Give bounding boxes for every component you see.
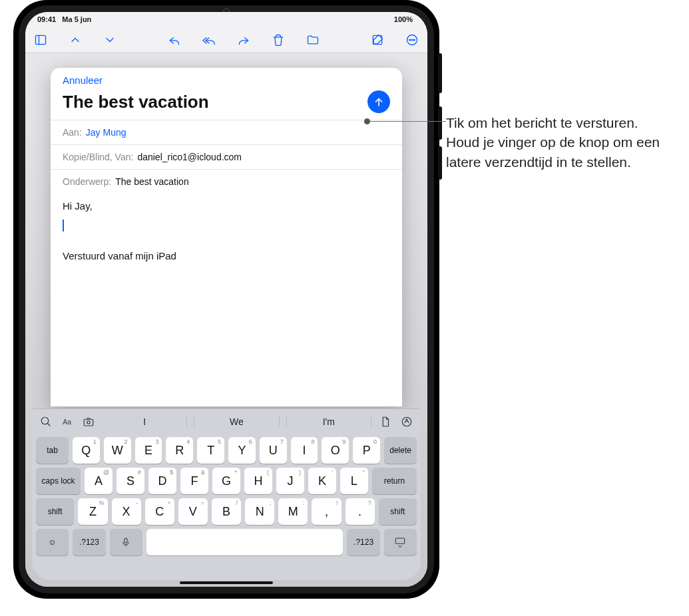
send-button[interactable]: [367, 90, 390, 113]
key-t[interactable]: T5: [197, 437, 224, 464]
key-g[interactable]: G*: [212, 468, 240, 494]
reply-icon[interactable]: [167, 33, 182, 47]
key-f[interactable]: F&: [180, 468, 208, 494]
key-alt: 0: [373, 438, 377, 445]
trash-icon[interactable]: [271, 33, 286, 47]
key-p[interactable]: P0: [353, 437, 380, 464]
callout-leader-line: [367, 121, 446, 122]
key-x[interactable]: X-: [112, 498, 141, 525]
key-,[interactable]: ,!: [312, 498, 341, 525]
folder-icon[interactable]: [306, 33, 320, 47]
key-.[interactable]: .?: [345, 498, 375, 525]
tab-key[interactable]: tab: [36, 437, 69, 464]
emoji-search-icon[interactable]: [39, 414, 53, 429]
key-alt: ): [299, 469, 301, 476]
key-n[interactable]: N;: [245, 498, 274, 525]
volume-up-button[interactable]: [438, 106, 442, 140]
suggestion-3[interactable]: I'm: [286, 416, 371, 427]
more-icon[interactable]: [405, 33, 419, 47]
key-s[interactable]: S#: [116, 468, 144, 494]
key-alt: @: [103, 469, 109, 476]
cancel-button[interactable]: Annuleer: [63, 75, 103, 86]
dismiss-keyboard-key[interactable]: [384, 529, 417, 555]
key-y[interactable]: Y6: [228, 437, 256, 464]
key-alt: ": [363, 469, 365, 476]
subject-value: The best vacation: [115, 176, 189, 187]
keyboard: Aa I We I'm tab Q1W2E3R4T5Y6U7I8O9P0dele…: [32, 408, 421, 580]
power-button[interactable]: [438, 53, 442, 93]
key-alt: !: [336, 500, 338, 506]
key-a[interactable]: A@: [85, 468, 113, 494]
compose-icon[interactable]: [370, 33, 385, 47]
key-alt: #: [138, 469, 141, 476]
svg-rect-17: [124, 538, 127, 543]
key-alt: 5: [218, 438, 221, 445]
to-label: Aan:: [63, 127, 82, 138]
home-indicator[interactable]: [180, 581, 273, 584]
key-alt: :: [303, 500, 305, 506]
svg-point-9: [414, 39, 415, 41]
arrow-up-icon: [373, 96, 385, 108]
ipad-frame: 09:41 Ma 5 jun 100%: [13, 0, 439, 599]
forward-icon[interactable]: [236, 33, 251, 47]
suggestion-2[interactable]: We: [194, 416, 279, 427]
subject-field[interactable]: Onderwerp: The best vacation: [51, 169, 402, 194]
key-z[interactable]: Z%: [78, 498, 107, 525]
key-e[interactable]: E3: [135, 437, 162, 464]
key-alt: (: [267, 469, 269, 476]
key-alt: $: [170, 469, 173, 476]
key-c[interactable]: C+: [145, 498, 174, 525]
spacebar-key[interactable]: [146, 529, 344, 555]
chevron-down-icon[interactable]: [103, 33, 117, 47]
chevron-up-icon[interactable]: [68, 33, 83, 47]
shift-right-key[interactable]: shift: [379, 498, 417, 525]
key-d[interactable]: D$: [148, 468, 176, 494]
keyboard-rows: tab Q1W2E3R4T5Y6U7I8O9P0delete caps lock…: [32, 434, 421, 580]
key-v[interactable]: V=: [178, 498, 208, 525]
capslock-key[interactable]: caps lock: [36, 468, 81, 494]
key-h[interactable]: H(: [244, 468, 272, 494]
text-format-icon[interactable]: Aa: [60, 414, 75, 429]
camera-icon[interactable]: [81, 414, 96, 429]
key-j[interactable]: J): [276, 468, 304, 494]
body-greeting: Hi Jay,: [63, 200, 390, 212]
key-k[interactable]: K': [308, 468, 336, 494]
key-l[interactable]: L": [340, 468, 368, 494]
key-o[interactable]: O9: [322, 437, 349, 464]
status-date: Ma 5 jun: [62, 15, 91, 23]
suggestion-1[interactable]: I: [103, 416, 187, 427]
key-m[interactable]: M:: [278, 498, 308, 525]
cc-label: Kopie/Blind, Van:: [63, 152, 133, 162]
text-cursor: [63, 220, 64, 231]
return-key[interactable]: return: [372, 468, 417, 494]
key-alt: 7: [280, 438, 284, 445]
volume-down-button[interactable]: [438, 146, 442, 180]
key-w[interactable]: W2: [104, 437, 131, 464]
to-value[interactable]: Jay Mung: [86, 127, 126, 138]
dictation-key[interactable]: [110, 529, 142, 555]
numkey-right[interactable]: .?123: [347, 529, 379, 555]
svg-line-12: [47, 423, 50, 426]
key-u[interactable]: U7: [260, 437, 287, 464]
to-field[interactable]: Aan: Jay Mung: [51, 120, 402, 144]
reply-all-icon[interactable]: [202, 33, 216, 47]
compose-sheet: Annuleer The best vacation Aan: Jay Mung…: [51, 68, 402, 406]
markup-icon[interactable]: [399, 414, 414, 429]
status-clock: 09:41: [37, 15, 56, 23]
scan-doc-icon[interactable]: [378, 414, 393, 429]
subject-label: Onderwerp:: [63, 176, 111, 187]
numkey-left[interactable]: .?123: [73, 529, 105, 555]
status-bar: 09:41 Ma 5 jun 100%: [25, 12, 427, 27]
emoji-key[interactable]: ☺: [36, 529, 69, 555]
status-right: 100%: [391, 15, 415, 23]
delete-key[interactable]: delete: [384, 437, 417, 464]
sidebar-icon[interactable]: [33, 33, 48, 47]
shift-left-key[interactable]: shift: [36, 498, 74, 525]
cc-field[interactable]: Kopie/Blind, Van: daniel_rico1@icloud.co…: [51, 144, 402, 169]
key-r[interactable]: R4: [166, 437, 193, 464]
key-b[interactable]: B/: [212, 498, 241, 525]
key-i[interactable]: I8: [291, 437, 318, 464]
key-alt: 8: [311, 438, 314, 445]
key-q[interactable]: Q1: [73, 437, 100, 464]
body-textarea[interactable]: Hi Jay, Verstuurd vanaf mijn iPad: [51, 194, 402, 406]
